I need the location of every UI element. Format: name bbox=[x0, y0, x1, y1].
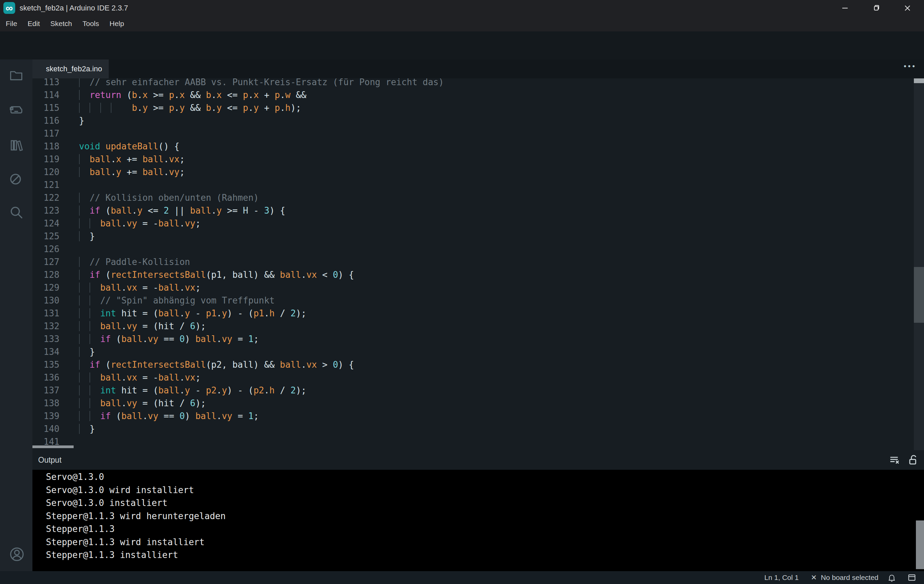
slashed-circle-icon bbox=[9, 172, 22, 186]
line-number: 127 bbox=[32, 255, 59, 268]
code-line[interactable]: 113 // sehr einfacher AABB vs. Punkt-Kre… bbox=[32, 78, 914, 89]
clear-output-icon bbox=[888, 453, 901, 467]
code-text: } bbox=[79, 230, 95, 243]
code-line[interactable]: 134 } bbox=[32, 346, 914, 358]
output-line: Stepper@1.1.3 installiert bbox=[32, 549, 924, 562]
code-line[interactable]: 114 return (b.x >= p.x && b.x <= p.x + p… bbox=[32, 89, 914, 101]
line-number: 115 bbox=[32, 101, 59, 114]
code-line[interactable]: 116} bbox=[32, 114, 914, 127]
line-number: 138 bbox=[32, 397, 59, 410]
code-text: if (ball.y <= 2 || ball.y >= H - 3) { bbox=[79, 204, 285, 217]
line-number: 130 bbox=[32, 294, 59, 307]
close-icon bbox=[903, 4, 911, 12]
editor-scrollbar-track[interactable] bbox=[914, 78, 924, 450]
board-status[interactable]: ✕ No board selected bbox=[811, 574, 878, 582]
code-line[interactable]: 124 ball.vy = -ball.vy; bbox=[32, 217, 914, 230]
more-actions-icon[interactable]: ••• bbox=[904, 62, 917, 71]
code-line[interactable]: 130 // "Spin" abhängig vom Treffpunkt bbox=[32, 294, 914, 307]
menu-item-file[interactable]: File bbox=[6, 20, 17, 28]
menu-item-tools[interactable]: Tools bbox=[82, 20, 99, 28]
code-text: if (ball.vy == 0) ball.vy = 1; bbox=[79, 333, 259, 346]
minimize-button[interactable] bbox=[834, 0, 856, 16]
code-lines: 113 // sehr einfacher AABB vs. Punkt-Kre… bbox=[32, 78, 914, 445]
code-line[interactable]: 123 if (ball.y <= 2 || ball.y >= H - 3) … bbox=[32, 204, 914, 217]
code-text: ball.vy = (hit / 6); bbox=[79, 320, 206, 333]
lock-open-icon bbox=[907, 453, 920, 467]
code-text: if (ball.vy == 0) ball.vy = 1; bbox=[79, 410, 259, 422]
toggle-panel-button[interactable] bbox=[907, 573, 917, 582]
line-number: 123 bbox=[32, 204, 59, 217]
menu-item-sketch[interactable]: Sketch bbox=[50, 20, 72, 28]
line-number: 136 bbox=[32, 371, 59, 384]
sidebar-item-boards-manager[interactable] bbox=[9, 103, 24, 117]
code-line[interactable]: 117 bbox=[32, 127, 914, 140]
line-number: 118 bbox=[32, 140, 59, 153]
autoscroll-lock-button[interactable] bbox=[907, 453, 920, 467]
code-line[interactable]: 126 bbox=[32, 243, 914, 255]
code-line[interactable]: 125 } bbox=[32, 230, 914, 243]
books-icon bbox=[9, 138, 24, 153]
sidebar-item-library-manager[interactable] bbox=[9, 138, 24, 153]
code-line[interactable]: 135 if (rectIntersectsBall(p2, ball) && … bbox=[32, 358, 914, 371]
account-button[interactable] bbox=[9, 546, 25, 562]
output-console[interactable]: Servo@1.3.0Servo@1.3.0 wird installiertS… bbox=[32, 470, 924, 571]
line-number: 135 bbox=[32, 358, 59, 371]
code-line[interactable]: 128 if (rectIntersectsBall(p1, ball) && … bbox=[32, 268, 914, 281]
sidebar-item-debug[interactable] bbox=[9, 172, 22, 186]
code-text: ball.y += ball.vy; bbox=[79, 165, 185, 179]
code-line[interactable]: 118void updateBall() { bbox=[32, 140, 914, 153]
menu-item-edit[interactable]: Edit bbox=[28, 20, 40, 28]
line-number: 131 bbox=[32, 307, 59, 320]
code-line[interactable]: 133 if (ball.vy == 0) ball.vy = 1; bbox=[32, 333, 914, 346]
code-line[interactable]: 129 ball.vx = -ball.vx; bbox=[32, 281, 914, 294]
line-number: 114 bbox=[32, 89, 59, 101]
clear-output-button[interactable] bbox=[888, 453, 901, 467]
output-title: Output bbox=[38, 456, 61, 465]
line-number: 125 bbox=[32, 230, 59, 243]
code-line[interactable]: 121 bbox=[32, 179, 914, 191]
menu-item-help[interactable]: Help bbox=[109, 20, 124, 28]
notifications-button[interactable] bbox=[887, 573, 896, 582]
code-line[interactable]: 137 int hit = (ball.y - p2.y) - (p2.h / … bbox=[32, 384, 914, 397]
code-line[interactable]: 127 // Paddle-Kollision bbox=[32, 255, 914, 268]
code-line[interactable]: 132 ball.vy = (hit / 6); bbox=[32, 320, 914, 333]
restore-button[interactable] bbox=[865, 0, 887, 16]
editor-scrollbar-thumb[interactable] bbox=[914, 267, 924, 323]
code-text: } bbox=[79, 346, 95, 358]
output-header-icons bbox=[888, 453, 920, 467]
code-text: int hit = (ball.y - p1.y) - (p1.h / 2); bbox=[79, 307, 306, 320]
code-line[interactable]: 136 ball.vx = -ball.vx; bbox=[32, 371, 914, 384]
editor-cursor-marker bbox=[914, 78, 924, 83]
close-button[interactable] bbox=[897, 0, 918, 16]
line-number: 132 bbox=[32, 320, 59, 333]
code-line[interactable]: 119 ball.x += ball.vx; bbox=[32, 153, 914, 165]
output-scrollbar-thumb[interactable] bbox=[916, 521, 924, 569]
editor-horizontal-scrollbar-thumb[interactable] bbox=[32, 445, 74, 448]
output-line: Servo@1.3.0 wird installiert bbox=[32, 484, 924, 497]
cursor-position[interactable]: Ln 1, Col 1 bbox=[764, 574, 799, 582]
tab-sketch-feb2a-ino[interactable]: sketch_feb2a.ino bbox=[32, 60, 109, 78]
board-status-label: No board selected bbox=[821, 574, 878, 582]
code-line[interactable]: 140 } bbox=[32, 422, 914, 435]
code-line[interactable]: 139 if (ball.vy == 0) ball.vy = 1; bbox=[32, 410, 914, 422]
code-editor[interactable]: 113 // sehr einfacher AABB vs. Punkt-Kre… bbox=[32, 78, 914, 445]
code-line[interactable]: 138 ball.vy = (hit / 6); bbox=[32, 397, 914, 410]
code-line[interactable]: 122 // Kollision oben/unten (Rahmen) bbox=[32, 191, 914, 204]
toolbar: Select Board bbox=[0, 31, 924, 60]
code-line[interactable]: 115 b.y >= p.y && b.y <= p.y + p.h); bbox=[32, 101, 914, 114]
code-line[interactable]: 120 ball.y += ball.vy; bbox=[32, 165, 914, 179]
code-text: void updateBall() { bbox=[79, 140, 179, 153]
code-text: return (b.x >= p.x && b.x <= p.x + p.w &… bbox=[79, 89, 306, 101]
code-line[interactable]: 141 bbox=[32, 435, 914, 445]
output-panel-header: Output bbox=[32, 450, 924, 470]
line-number: 137 bbox=[32, 384, 59, 397]
code-line[interactable]: 131 int hit = (ball.y - p1.y) - (p1.h / … bbox=[32, 307, 914, 320]
restore-icon bbox=[872, 4, 880, 12]
line-number: 139 bbox=[32, 410, 59, 422]
sidebar-item-sketchbook[interactable] bbox=[9, 68, 24, 83]
code-text: int hit = (ball.y - p2.y) - (p2.h / 2); bbox=[79, 384, 306, 397]
arduino-ide-window: { "window": { "title": "sketch_feb2a | A… bbox=[0, 0, 924, 584]
status-bar: Ln 1, Col 1 ✕ No board selected bbox=[0, 571, 924, 584]
sidebar-item-search[interactable] bbox=[9, 205, 24, 220]
line-number: 126 bbox=[32, 243, 59, 255]
